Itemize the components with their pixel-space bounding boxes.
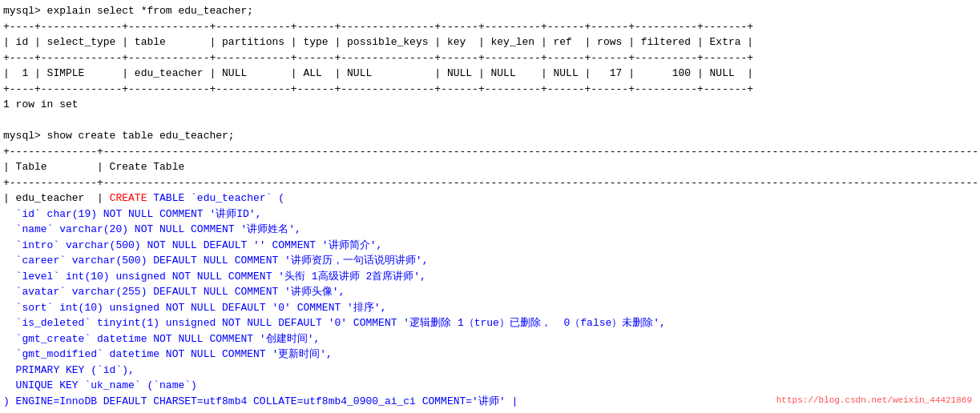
create-table-name-cell: | edu_teacher | <box>3 192 110 204</box>
create-table-gmt-create-field: `gmt_create` datetime NOT NULL COMMENT '… <box>0 331 980 347</box>
explain-table-bottom-border: +----+-------------+-------------+------… <box>0 82 980 98</box>
create-keyword: CREATE <box>110 192 147 204</box>
explain-table-mid-border: +----+-------------+-------------+------… <box>0 50 980 66</box>
create-table-id-field: `id` char(19) NOT NULL COMMENT '讲师ID', <box>0 206 980 223</box>
create-table-career-field: `career` varchar(500) DEFAULT NULL COMME… <box>0 253 980 269</box>
explain-table-row: | 1 | SIMPLE | edu_teacher | NULL | ALL … <box>0 66 980 82</box>
explain-table-header: | id | select_type | table | partitions … <box>0 34 980 50</box>
create-table-gmt-modified-field: `gmt_modified` datetime NOT NULL COMMENT… <box>0 347 980 363</box>
create-table-sort-field: `sort` int(10) unsigned NOT NULL DEFAULT… <box>0 300 980 316</box>
create-table-top-border: +--------------+------------------------… <box>0 144 980 160</box>
create-table-def-1: TABLE `edu_teacher` ( <box>147 192 284 204</box>
explain-table-top-border: +----+-------------+-------------+------… <box>0 19 980 35</box>
create-table-bottom-border: +--------------+------------------------… <box>0 409 980 413</box>
row-count: 1 row in set <box>0 97 980 113</box>
terminal-window: mysql> explain select *from edu_teacher;… <box>0 0 980 413</box>
create-table-row-1: | edu_teacher | CREATE TABLE `edu_teache… <box>0 190 980 206</box>
create-table-is-deleted-field: `is_deleted` tinyint(1) unsigned NOT NUL… <box>0 315 980 331</box>
create-table-name-field: `name` varchar(20) NOT NULL COMMENT '讲师姓… <box>0 222 980 238</box>
create-table-unique-key: UNIQUE KEY `uk_name` (`name`) <box>0 378 980 394</box>
create-table-avatar-field: `avatar` varchar(255) DEFAULT NULL COMME… <box>0 284 980 300</box>
create-table-header: | Table | Create Table <box>0 159 980 175</box>
show-create-command: mysql> show create table edu_teacher; <box>0 128 980 144</box>
explain-command-line: mysql> explain select *from edu_teacher; <box>0 3 980 19</box>
create-table-level-field: `level` int(10) unsigned NOT NULL COMMEN… <box>0 269 980 285</box>
create-table-primary-key: PRIMARY KEY (`id`), <box>0 363 980 379</box>
create-table-mid-border: +--------------+------------------------… <box>0 175 980 191</box>
create-table-intro-field: `intro` varchar(500) NOT NULL DEFAULT ''… <box>0 238 980 254</box>
blank-line-1 <box>0 113 980 129</box>
watermark: https://blog.csdn.net/weixin_44421869 <box>776 395 972 405</box>
